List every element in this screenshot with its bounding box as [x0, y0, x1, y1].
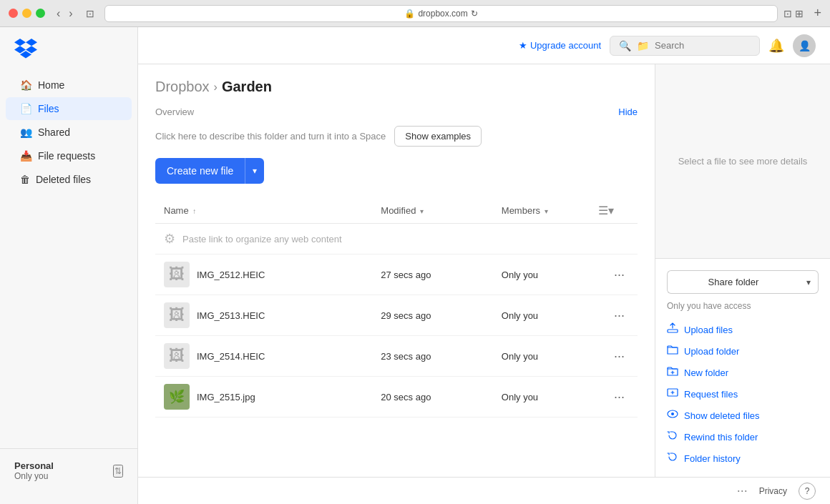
file-modified: 29 secs ago — [372, 295, 493, 336]
breadcrumb-separator: › — [214, 81, 218, 94]
panel-action-show-deleted[interactable]: Show deleted files — [667, 408, 819, 423]
star-icon: ★ — [519, 40, 527, 51]
footer-help-button[interactable]: ? — [799, 483, 816, 500]
lock-icon: 🔒 — [404, 9, 415, 19]
dropbox-logo — [0, 39, 137, 73]
members-sort-arrow: ▾ — [545, 207, 548, 215]
app-container: 🏠 Home 📄 Files 👥 Shared 📥 File requests … — [0, 27, 830, 504]
svg-point-3 — [671, 412, 674, 415]
file-name-cell: 🖼 IMG_2513.HEIC — [164, 302, 363, 328]
file-thumbnail: 🖼 — [164, 262, 190, 287]
sidebar-item-files[interactable]: 📄 Files — [6, 97, 132, 120]
url-bar[interactable]: 🔒 dropbox.com ↻ — [104, 5, 778, 22]
sidebar: 🏠 Home 📄 Files 👥 Shared 📥 File requests … — [0, 27, 138, 504]
file-table-body: ⚙ Paste link to organize any web content… — [155, 224, 638, 417]
file-members: Only you — [493, 255, 590, 295]
file-members: Only you — [493, 295, 590, 336]
fullscreen-button[interactable]: ⊞ — [795, 8, 804, 19]
sidebar-item-file-requests[interactable]: 📥 File requests — [6, 144, 132, 167]
file-modified: 23 secs ago — [372, 336, 493, 377]
footer-more-button[interactable]: ··· — [737, 483, 748, 498]
back-button[interactable]: ‹ — [54, 6, 63, 21]
main-content: ★ Upgrade account 🔍 📁 🔔 👤 — [138, 27, 830, 504]
panel-action-upload-files[interactable]: Upload files — [667, 322, 819, 337]
panel-action-new-folder[interactable]: New folder — [667, 365, 819, 380]
panel-action-request-files[interactable]: Request files — [667, 387, 819, 401]
notifications-button[interactable]: 🔔 — [768, 38, 784, 54]
column-header-members[interactable]: Members ▾ — [493, 198, 590, 224]
search-box[interactable]: 🔍 📁 — [610, 36, 760, 56]
reader-view-button[interactable]: ⊡ — [82, 6, 99, 21]
avatar[interactable]: 👤 — [793, 34, 816, 57]
forward-button[interactable]: › — [66, 6, 75, 21]
folder-hint-icon: 📁 — [637, 40, 649, 51]
file-table-header: Name ↑ Modified ▾ Members ▾ — [155, 198, 638, 224]
files-icon: 📄 — [20, 103, 32, 114]
folder-history-label: Folder history — [684, 453, 741, 464]
paste-link-row: ⚙ Paste link to organize any web content — [155, 224, 638, 255]
home-icon: 🏠 — [20, 79, 32, 91]
breadcrumb-parent[interactable]: Dropbox — [155, 79, 210, 95]
sidebar-footer: Personal Only you ⇅ — [0, 448, 137, 493]
column-header-name[interactable]: Name ↑ — [155, 198, 372, 224]
table-row[interactable]: 🌿 IMG_2515.jpg 20 secs ago Only you ··· — [155, 377, 638, 417]
table-row[interactable]: 🖼 IMG_2514.HEIC 23 secs ago Only you ··· — [155, 336, 638, 377]
name-sort-arrow: ↑ — [192, 207, 196, 215]
upload-folder-label: Upload folder — [684, 346, 739, 357]
request-files-label: Request files — [684, 389, 738, 400]
file-thumbnail: 🖼 — [164, 302, 190, 328]
sidebar-item-deleted-files[interactable]: 🗑 Deleted files — [6, 168, 132, 191]
paste-link-text: Paste link to organize any web content — [182, 234, 342, 244]
upgrade-account-link[interactable]: ★ Upgrade account — [519, 40, 601, 51]
row-menu-button[interactable]: ··· — [610, 307, 629, 325]
show-deleted-label: Show deleted files — [684, 410, 760, 421]
share-folder-dropdown[interactable]: ▾ — [799, 270, 819, 294]
overview-label: Overview — [155, 107, 194, 117]
create-new-file-button[interactable]: Create new file — [155, 158, 245, 184]
sidebar-file-requests-label: File requests — [38, 150, 95, 162]
row-menu-button[interactable]: ··· — [610, 347, 629, 365]
browser-chrome: ‹ › ⊡ 🔒 dropbox.com ↻ ⊡ ⊞ + — [0, 0, 830, 27]
row-menu-button[interactable]: ··· — [610, 266, 629, 284]
share-window-button[interactable]: ⊡ — [783, 8, 792, 19]
footer-privacy-link[interactable]: Privacy — [759, 486, 787, 496]
overview-bar: Overview Hide — [155, 107, 638, 117]
file-name-cell: 🖼 IMG_2512.HEIC — [164, 262, 363, 287]
share-folder-button[interactable]: Share folder — [667, 270, 799, 294]
url-text: dropbox.com — [418, 9, 467, 19]
view-toggle-icon[interactable]: ☰▾ — [598, 204, 614, 217]
add-tab-button[interactable]: + — [814, 6, 821, 21]
sidebar-shared-label: Shared — [38, 127, 70, 138]
file-thumbnail: 🖼 — [164, 343, 190, 369]
sidebar-navigation: 🏠 Home 📄 Files 👥 Shared 📥 File requests … — [0, 73, 137, 448]
panel-actions-list: Upload files Upload folder New folder Re… — [667, 322, 819, 465]
minimize-button[interactable] — [22, 9, 31, 18]
paste-link-icon: ⚙ — [164, 231, 175, 247]
sidebar-item-shared[interactable]: 👥 Shared — [6, 121, 132, 144]
topbar-right: ★ Upgrade account 🔍 📁 🔔 👤 — [519, 34, 816, 57]
table-row[interactable]: 🖼 IMG_2512.HEIC 27 secs ago Only you ··· — [155, 255, 638, 295]
search-input[interactable] — [655, 40, 751, 51]
shared-icon: 👥 — [20, 127, 32, 138]
sidebar-item-home[interactable]: 🏠 Home — [6, 74, 132, 97]
close-button[interactable] — [9, 9, 18, 18]
show-examples-button[interactable]: Show examples — [394, 126, 482, 147]
panel-action-folder-history[interactable]: Folder history — [667, 451, 819, 465]
file-type-icon: 🖼 — [169, 347, 185, 365]
modified-sort-arrow: ▾ — [420, 207, 424, 215]
account-sub: Only you — [14, 471, 54, 481]
hide-overview-link[interactable]: Hide — [618, 107, 638, 117]
panel-action-rewind-folder[interactable]: Rewind this folder — [667, 430, 819, 444]
file-requests-icon: 📥 — [20, 150, 32, 162]
table-row[interactable]: 🖼 IMG_2513.HEIC 29 secs ago Only you ··· — [155, 295, 638, 336]
panel-action-upload-folder[interactable]: Upload folder — [667, 344, 819, 358]
upgrade-label: Upgrade account — [530, 40, 601, 51]
create-dropdown-arrow[interactable]: ▾ — [245, 158, 264, 184]
column-header-modified[interactable]: Modified ▾ — [372, 198, 493, 224]
maximize-button[interactable] — [36, 9, 45, 18]
navigation-buttons: ‹ › — [54, 6, 76, 21]
column-header-view[interactable]: ☰▾ — [590, 198, 638, 224]
account-switcher-button[interactable]: ⇅ — [113, 465, 123, 478]
row-menu-button[interactable]: ··· — [610, 388, 629, 406]
window-buttons: ⊡ ⊞ — [783, 8, 804, 19]
